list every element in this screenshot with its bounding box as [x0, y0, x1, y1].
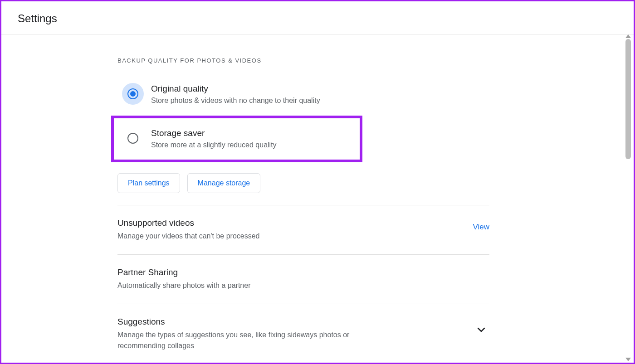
- radio-desc: Store more at a slightly reduced quality: [151, 140, 277, 150]
- radio-indicator-unselected: [122, 127, 144, 149]
- section-text: Suggestions Manage the types of suggesti…: [117, 317, 390, 351]
- page-title: Settings: [18, 12, 634, 25]
- view-button[interactable]: View: [473, 223, 489, 232]
- section-action: [473, 317, 489, 340]
- scroll-down-icon[interactable]: [625, 358, 631, 361]
- radio-storage-saver[interactable]: Storage saver Store more at a slightly r…: [111, 116, 362, 162]
- radio-desc: Store photos & videos with no change to …: [151, 96, 320, 106]
- radio-title: Original quality: [151, 84, 320, 94]
- settings-content: BACKUP QUALITY FOR PHOTOS & VIDEOS Origi…: [117, 34, 489, 364]
- section-partner-sharing[interactable]: Partner Sharing Automatically share phot…: [117, 254, 489, 304]
- section-text: Unsupported videos Manage your videos th…: [117, 218, 259, 242]
- plan-settings-button[interactable]: Plan settings: [117, 173, 180, 193]
- button-row: Plan settings Manage storage: [117, 173, 489, 193]
- section-desc: Manage the types of suggestions you see,…: [117, 330, 390, 351]
- radio-title: Storage saver: [151, 128, 277, 138]
- section-desc: Automatically share photos with a partne…: [117, 280, 250, 291]
- settings-header: Settings: [1, 1, 634, 34]
- scrollbar[interactable]: [625, 34, 632, 361]
- radio-indicator-selected: [122, 83, 144, 105]
- radio-circle-icon: [127, 133, 138, 144]
- section-title: Suggestions: [117, 317, 390, 327]
- section-action: View: [473, 218, 489, 232]
- backup-quality-label: BACKUP QUALITY FOR PHOTOS & VIDEOS: [117, 57, 489, 64]
- chevron-down-icon[interactable]: [473, 321, 489, 340]
- section-title: Partner Sharing: [117, 267, 250, 277]
- section-title: Unsupported videos: [117, 218, 259, 228]
- section-suggestions[interactable]: Suggestions Manage the types of suggesti…: [117, 304, 489, 364]
- section-text: Partner Sharing Automatically share phot…: [117, 267, 250, 291]
- scroll-up-icon[interactable]: [625, 34, 631, 38]
- radio-circle-icon: [127, 88, 138, 99]
- radio-text: Storage saver Store more at a slightly r…: [151, 127, 277, 150]
- scrollbar-thumb[interactable]: [625, 39, 631, 159]
- radio-text: Original quality Store photos & videos w…: [151, 83, 320, 106]
- section-desc: Manage your videos that can't be process…: [117, 231, 259, 242]
- radio-dot-icon: [130, 91, 136, 97]
- scroll-area: BACKUP QUALITY FOR PHOTOS & VIDEOS Origi…: [1, 34, 634, 361]
- radio-original-quality[interactable]: Original quality Store photos & videos w…: [117, 77, 489, 112]
- section-unsupported-videos[interactable]: Unsupported videos Manage your videos th…: [117, 205, 489, 254]
- manage-storage-button[interactable]: Manage storage: [187, 173, 261, 193]
